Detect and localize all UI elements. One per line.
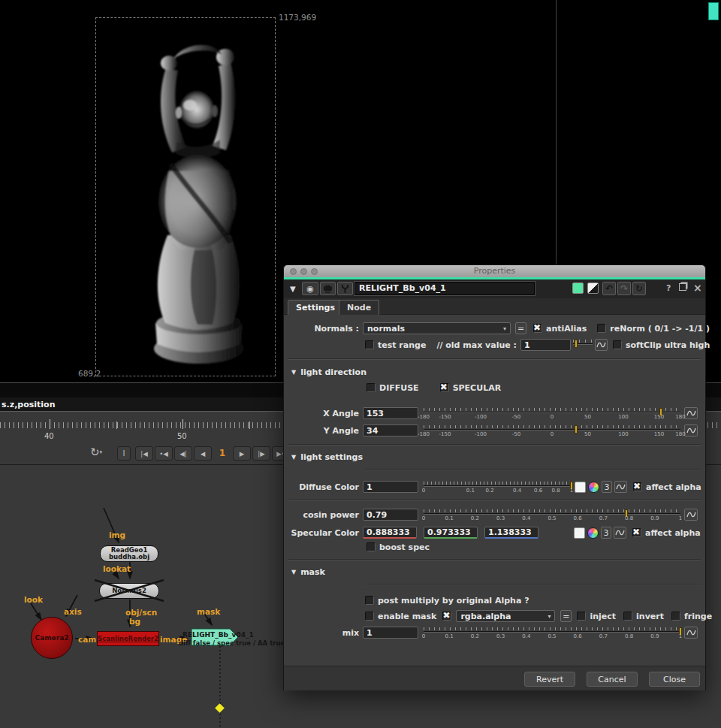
node-color-swatch[interactable] — [572, 282, 584, 294]
play-icon: ▶ — [240, 450, 245, 458]
tab-settings[interactable]: Settings — [288, 300, 343, 315]
node-readgeo[interactable]: ReadGeo1 buddha.obj — [100, 545, 158, 562]
revert-sync-button[interactable]: ↻ — [632, 282, 646, 295]
cosin-power-slider[interactable]: 00.10.20.30.40.50.60.70.80.91 — [424, 509, 680, 521]
color-swatch-button[interactable] — [575, 482, 586, 493]
softclip-checkbox[interactable] — [613, 340, 622, 349]
curve-button[interactable] — [684, 627, 698, 639]
light-settings-header[interactable]: ▼ light settings — [291, 452, 363, 462]
wrench-icon — [341, 284, 349, 294]
y-angle-slider[interactable]: -180-150-100-50050100150180 — [424, 424, 680, 437]
x-angle-input[interactable]: 153 — [363, 407, 418, 419]
mask-header[interactable]: ▼ mask — [291, 566, 325, 577]
y-angle-input[interactable]: 34 — [363, 424, 418, 436]
specular-g-input[interactable]: 0.973333 — [424, 527, 478, 539]
current-frame-field[interactable]: 1 — [213, 448, 231, 458]
dag-label-bg: bg — [129, 617, 140, 626]
play-backward-button[interactable]: ◀ — [194, 446, 212, 461]
old-max-mini-slider[interactable] — [573, 339, 593, 351]
inject-checkbox[interactable] — [577, 612, 586, 621]
monitor-icon — [323, 285, 333, 293]
tab-node[interactable]: Node — [339, 300, 379, 315]
specular-r-input[interactable]: 0.888333 — [363, 527, 417, 539]
node-camera[interactable]: Camera2 — [31, 617, 73, 659]
specular-b-input[interactable]: 1.138333 — [484, 527, 538, 539]
mask-channel-dropdown[interactable]: rgba.alpha ▾ — [456, 610, 555, 622]
collapse-triangle-icon[interactable]: ▼ — [290, 285, 296, 293]
diffuse-color-slider[interactable]: 00.10.20.40.60.81 — [424, 481, 572, 494]
node-relight-info: diff false / spec true / AA true — [179, 639, 285, 647]
close-button[interactable]: Close — [649, 672, 700, 687]
curve-button[interactable] — [684, 424, 698, 436]
color-wheel-button[interactable] — [588, 482, 599, 493]
test-range-checkbox[interactable] — [365, 340, 374, 349]
dag-label-look: look — [24, 595, 43, 604]
equals-button[interactable]: = — [515, 322, 526, 334]
loop-caret-icon: ▾ — [100, 449, 103, 455]
fringe-checkbox[interactable] — [671, 612, 680, 621]
curve-button[interactable] — [595, 339, 608, 351]
curve-icon — [686, 629, 696, 636]
specular-checkbox-checked[interactable]: ✖ — [440, 383, 449, 392]
renorm-checkbox[interactable] — [597, 324, 606, 333]
center-node-button[interactable]: ◉ — [302, 282, 318, 295]
loop-mode-button[interactable]: ↻▾ — [90, 446, 102, 459]
mix-slider[interactable]: 00.10.20.30.40.50.60.70.80.91 — [424, 627, 680, 639]
redo-button-disabled[interactable]: ↷ — [617, 282, 631, 295]
curve-button[interactable] — [684, 407, 698, 419]
mask-channel-checkbox-checked[interactable]: ✖ — [442, 612, 451, 621]
antialias-checkbox-checked[interactable]: ✖ — [533, 324, 542, 333]
affect-alpha-checkbox-checked[interactable]: ✖ — [633, 482, 642, 491]
refresh-icon: ↻ — [635, 283, 643, 294]
close-panel-button[interactable]: × — [693, 282, 702, 294]
curve-icon — [686, 511, 696, 518]
step-back-button[interactable]: ◀| — [174, 446, 192, 461]
step-forward-button[interactable]: |▶ — [252, 446, 270, 461]
enable-mask-checkbox[interactable] — [365, 612, 374, 621]
monitor-output-button[interactable] — [320, 282, 336, 295]
old-max-input[interactable]: 1 — [520, 339, 571, 351]
gl-color-swatch[interactable] — [587, 282, 599, 294]
curve-button[interactable] — [614, 527, 626, 539]
divider — [288, 559, 701, 560]
step-back-icon: ◀| — [179, 450, 186, 458]
help-button[interactable]: ? — [666, 283, 671, 293]
panel-footer: Revert Cancel Close — [284, 666, 705, 690]
curve-button[interactable] — [684, 509, 698, 521]
float-window-icon[interactable] — [679, 283, 686, 291]
goto-start-button[interactable]: |◀ — [135, 446, 153, 461]
mix-input[interactable]: 1 — [363, 627, 418, 639]
affect-alpha-checkbox-checked[interactable]: ✖ — [632, 528, 641, 537]
undo-button[interactable]: ↶ — [602, 282, 616, 295]
prev-keyframe-button[interactable]: •◀ — [155, 446, 173, 461]
test-range-label: test range — [378, 340, 426, 350]
color-wheel-button[interactable] — [587, 527, 599, 539]
post-multiply-checkbox[interactable] — [365, 596, 374, 605]
collapse-triangle-icon: ▼ — [291, 454, 296, 461]
light-direction-header[interactable]: ▼ light direction — [291, 367, 367, 377]
node-scanlinerender[interactable]: ScanlineRender2 — [97, 631, 159, 646]
old-max-comment: // old max value : — [436, 340, 517, 350]
curve-button[interactable] — [614, 481, 627, 493]
panel-titlebar[interactable]: Properties — [284, 265, 705, 277]
sub-divider — [365, 469, 701, 470]
equals-button[interactable]: = — [560, 610, 572, 622]
x-angle-slider[interactable]: -180-150-100-50050100150180 — [424, 407, 680, 420]
divider — [288, 444, 701, 446]
slider-handle[interactable] — [575, 340, 578, 348]
diffuse-color-input[interactable]: 1 — [363, 481, 418, 493]
cosin-power-input[interactable]: 0.79 — [363, 509, 418, 521]
invert-checkbox[interactable] — [623, 612, 632, 621]
channels-count-button[interactable]: 3 — [601, 527, 611, 539]
frame-increment-button[interactable]: I — [117, 446, 131, 461]
channels-count-button[interactable]: 3 — [602, 481, 612, 493]
wrench-button[interactable] — [337, 282, 353, 295]
boost-spec-checkbox[interactable] — [367, 542, 376, 551]
play-button[interactable]: ▶ — [233, 446, 251, 461]
node-name-field[interactable]: RELIGHT_Bb_v04_1 — [354, 282, 535, 295]
revert-button[interactable]: Revert — [524, 672, 575, 687]
diffuse-checkbox[interactable] — [367, 383, 376, 392]
normals-dropdown[interactable]: normals ▾ — [363, 322, 511, 334]
cancel-button[interactable]: Cancel — [587, 672, 638, 687]
color-swatch-button[interactable] — [574, 527, 585, 539]
